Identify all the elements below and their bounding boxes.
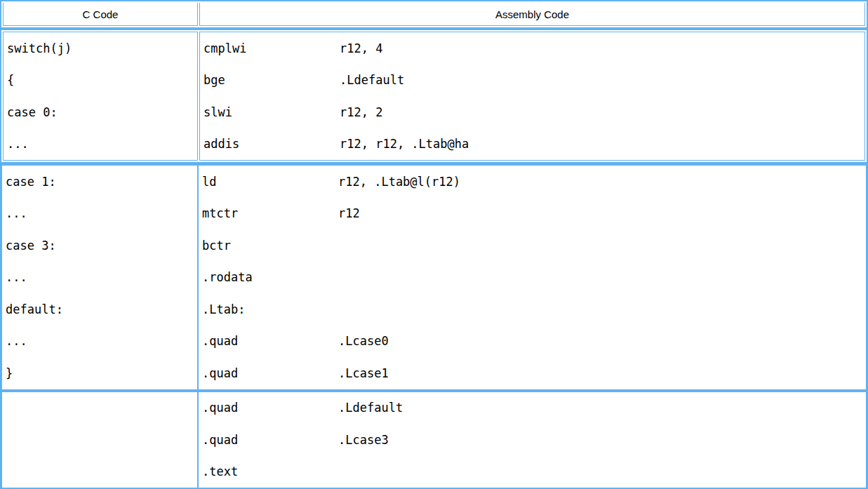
asm-operands: .Lcase1 xyxy=(338,366,389,380)
c-code-line: ... xyxy=(6,198,197,230)
c-code-line: default: xyxy=(6,293,197,326)
asm-mnemonic: bge xyxy=(203,73,340,87)
header-row: C Code Assembly Code xyxy=(3,3,865,26)
asm-code-line: .quad.Lcase3 xyxy=(202,424,866,456)
asm-code-line: slwir12, 2 xyxy=(203,96,864,128)
c-code-line: switch(j) xyxy=(7,32,197,65)
c-code-line: ... xyxy=(6,326,197,358)
asm-operands: r12, 4 xyxy=(340,41,382,55)
asm-code-line: addisr12, r12, .Ltab@ha xyxy=(203,128,864,161)
asm-code-cell-section-1: cmplwir12, 4bge.Ldefaultslwir12, 2addisr… xyxy=(199,32,865,161)
asm-mnemonic: ld xyxy=(202,175,338,189)
c-code-cell-section-3 xyxy=(1,390,198,489)
asm-mnemonic: addis xyxy=(203,137,340,151)
section-2-3-table: case 1:...case 3:...default:...} ldr12, … xyxy=(0,163,868,489)
asm-code-line: .quad.Lcase0 xyxy=(202,326,866,358)
c-code-line: case 1: xyxy=(6,166,197,198)
asm-code-cell-section-3: .quad.Ldefault.quad.Lcase3.text xyxy=(198,390,867,489)
asm-operands: .Lcase3 xyxy=(338,433,389,447)
table-row: case 1:...case 3:...default:...} ldr12, … xyxy=(1,165,867,390)
section-1-table: switch(j){case 0:... cmplwir12, 4bge.Lde… xyxy=(0,29,868,163)
table-row: .quad.Ldefault.quad.Lcase3.text xyxy=(1,390,867,489)
c-code-line: case 0: xyxy=(7,96,197,128)
asm-operands: .Ldefault xyxy=(340,73,404,87)
asm-mnemonic: cmplwi xyxy=(203,41,340,55)
c-code-line: case 3: xyxy=(6,229,197,262)
asm-mnemonic: .quad xyxy=(202,334,338,348)
c-code-line: ... xyxy=(6,262,197,294)
asm-operands: .Lcase0 xyxy=(338,334,389,348)
asm-code-line: ldr12, .Ltab@l(r12) xyxy=(202,166,866,198)
asm-code-cell-section-2: ldr12, .Ltab@l(r12)mtctrr12bctr.rodata.L… xyxy=(198,165,867,390)
c-code-cell-section-2: case 1:...case 3:...default:...} xyxy=(1,165,198,390)
asm-operands: r12 xyxy=(338,206,360,220)
c-code-line: } xyxy=(6,357,197,389)
asm-mnemonic: .quad xyxy=(202,366,338,380)
asm-mnemonic: bctr xyxy=(202,239,338,253)
asm-operands: r12, .Ltab@l(r12) xyxy=(338,175,460,189)
asm-operands: r12, 2 xyxy=(340,105,382,119)
asm-code-line: .Ltab: xyxy=(202,293,866,326)
asm-code-line: .rodata xyxy=(202,262,866,294)
c-code-line: ... xyxy=(7,128,197,161)
asm-operands: .Ldefault xyxy=(338,401,403,415)
asm-mnemonic: .quad xyxy=(202,401,338,415)
asm-code-line: .quad.Lcase1 xyxy=(202,357,866,389)
asm-code-line: .text xyxy=(202,456,866,488)
asm-mnemonic: .text xyxy=(202,464,338,478)
table-row: switch(j){case 0:... cmplwir12, 4bge.Lde… xyxy=(3,32,865,161)
column-header-c-code: C Code xyxy=(3,3,198,26)
c-to-assembly-comparison-table: C Code Assembly Code switch(j){case 0:..… xyxy=(0,0,868,489)
asm-code-line: bctr xyxy=(202,229,866,262)
asm-mnemonic: .rodata xyxy=(202,270,338,284)
header-row-table: C Code Assembly Code xyxy=(0,0,868,29)
c-code-cell-section-1: switch(j){case 0:... xyxy=(3,32,198,161)
asm-mnemonic: .Ltab: xyxy=(202,302,338,316)
asm-mnemonic: slwi xyxy=(203,105,340,119)
asm-code-line: cmplwir12, 4 xyxy=(203,32,864,65)
asm-code-line: bge.Ldefault xyxy=(203,65,864,97)
asm-code-line: mtctrr12 xyxy=(202,198,866,230)
asm-code-line: .quad.Ldefault xyxy=(202,392,866,424)
asm-operands: r12, r12, .Ltab@ha xyxy=(340,137,469,151)
asm-mnemonic: mtctr xyxy=(202,206,338,220)
column-header-assembly-code: Assembly Code xyxy=(199,3,865,26)
c-code-line: { xyxy=(7,65,197,97)
asm-mnemonic: .quad xyxy=(202,433,338,447)
